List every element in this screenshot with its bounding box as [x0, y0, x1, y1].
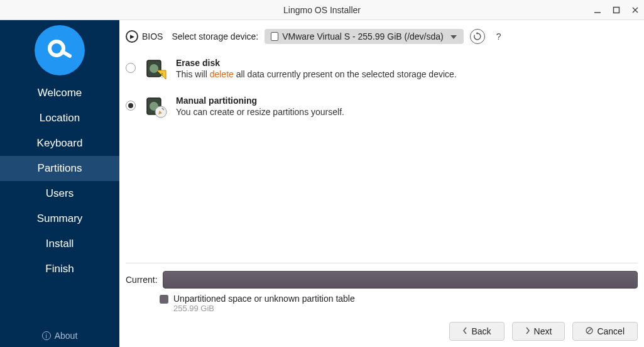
manual-desc: You can create or resize partitions your…: [176, 107, 344, 117]
sidebar: Welcome Location Keyboard Partitions Use…: [0, 20, 119, 347]
maximize-button[interactable]: [611, 5, 621, 15]
sidebar-label: Partitions: [38, 162, 82, 175]
current-label: Current:: [126, 275, 158, 285]
distro-logo: [35, 25, 85, 75]
sidebar-item-partitions[interactable]: Partitions: [0, 156, 119, 181]
firmware-icon: ▶: [126, 30, 138, 43]
about-label: About: [55, 331, 78, 341]
sidebar-label: Users: [46, 187, 74, 200]
minimize-button[interactable]: [592, 5, 603, 15]
help-label: ?: [496, 31, 501, 41]
back-label: Back: [471, 326, 491, 336]
chevron-right-icon: [525, 327, 530, 336]
sidebar-item-summary[interactable]: Summary: [0, 206, 119, 231]
sidebar-label: Keyboard: [37, 137, 83, 150]
svg-line-5: [62, 52, 70, 56]
partition-legend: Unpartitioned space or unknown partition…: [126, 294, 638, 313]
sidebar-label: Summary: [37, 212, 83, 225]
partition-bar[interactable]: [163, 271, 638, 289]
storage-device-dropdown[interactable]: VMware Virtual S - 255.99 GiB (/dev/sda): [265, 29, 464, 44]
radio-erase[interactable]: [126, 63, 136, 73]
chevron-down-icon: [450, 31, 457, 41]
erase-desc-post: all data currently present on the select…: [234, 69, 457, 79]
legend-title: Unpartitioned space or unknown partition…: [173, 294, 355, 304]
erase-disk-icon: !: [145, 58, 167, 80]
close-button[interactable]: [630, 5, 640, 15]
firmware-label: BIOS: [142, 31, 163, 41]
sidebar-label: Welcome: [38, 87, 82, 99]
back-button[interactable]: Back: [449, 322, 504, 341]
option-manual-partitioning[interactable]: Manual partitioning You can create or re…: [126, 93, 638, 131]
next-button[interactable]: Next: [512, 322, 565, 341]
content-area: ▶ BIOS Select storage device: VMware Vir…: [119, 20, 644, 347]
cancel-icon: [586, 327, 593, 336]
svg-rect-1: [614, 7, 619, 13]
erase-desc-pre: This will: [176, 69, 210, 79]
cancel-label: Cancel: [597, 326, 625, 336]
firmware-indicator: ▶ BIOS: [126, 30, 163, 43]
window-title: Lingmo OS Installer: [0, 5, 644, 15]
sidebar-label: Location: [40, 112, 80, 124]
select-device-label: Select storage device:: [172, 31, 258, 41]
disk-icon: [271, 32, 278, 41]
legend-size: 255.99 GiB: [173, 304, 355, 313]
erase-desc: This will delete all data currently pres…: [176, 69, 457, 79]
help-button[interactable]: ?: [491, 29, 506, 44]
sidebar-item-welcome[interactable]: Welcome: [0, 80, 119, 106]
separator: [126, 263, 638, 263]
about-button[interactable]: i About: [42, 331, 78, 341]
sidebar-item-finish[interactable]: Finish: [0, 256, 119, 282]
titlebar: Lingmo OS Installer: [0, 0, 644, 20]
sidebar-label: Finish: [45, 263, 74, 275]
sidebar-item-keyboard[interactable]: Keyboard: [0, 131, 119, 156]
radio-manual[interactable]: [126, 101, 136, 111]
svg-marker-6: [450, 35, 457, 39]
sidebar-item-location[interactable]: Location: [0, 106, 119, 131]
svg-text:!: !: [161, 72, 163, 79]
storage-device-value: VMware Virtual S - 255.99 GiB (/dev/sda): [282, 31, 444, 41]
sidebar-item-users[interactable]: Users: [0, 181, 119, 206]
svg-line-17: [587, 328, 592, 333]
erase-delete-word: delete: [210, 69, 234, 79]
sidebar-label: Install: [46, 238, 74, 250]
manual-title: Manual partitioning: [176, 96, 344, 106]
legend-swatch: [160, 295, 168, 304]
svg-point-9: [150, 64, 158, 73]
sidebar-item-install[interactable]: Install: [0, 231, 119, 256]
chevron-left-icon: [462, 327, 467, 336]
next-label: Next: [534, 326, 552, 336]
refresh-button[interactable]: [470, 29, 485, 44]
erase-title: Erase disk: [176, 58, 457, 68]
cancel-button[interactable]: Cancel: [572, 322, 638, 341]
info-icon: i: [42, 331, 51, 340]
manual-partitioning-icon: [145, 96, 167, 118]
option-erase-disk[interactable]: ! Erase disk This will delete all data c…: [126, 55, 638, 93]
svg-marker-7: [476, 32, 478, 35]
